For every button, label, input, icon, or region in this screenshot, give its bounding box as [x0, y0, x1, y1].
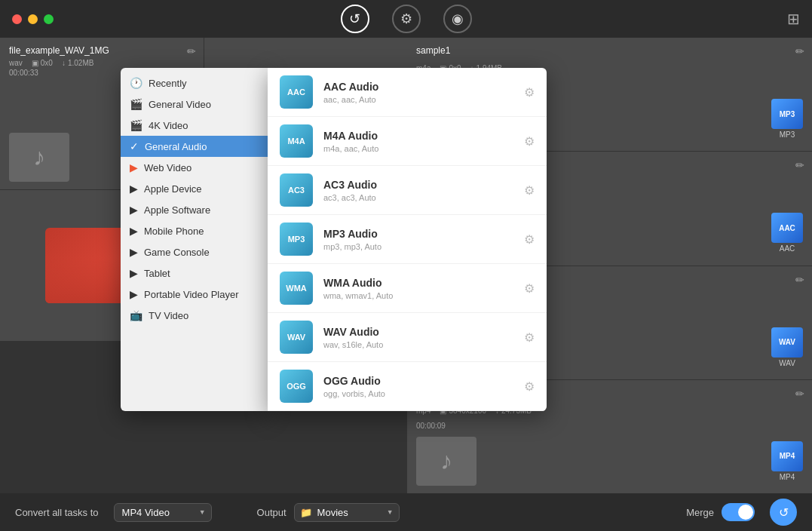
output-format-icon: WAV — [771, 327, 803, 358]
menu-item-apple-software[interactable]: ▶ Apple Software — [121, 199, 268, 220]
menu-item-general-audio[interactable]: ✓ General Audio — [121, 136, 268, 157]
edit-icon[interactable]: ✏ — [795, 45, 804, 57]
format-item-wav[interactable]: WAV WAV Audio wav, s16le, Auto ⚙ — [268, 313, 547, 362]
file-resolution: ▣ 0x0 — [32, 59, 53, 67]
menu-item-game-console[interactable]: ▶ Game Console — [121, 241, 268, 262]
format-badge[interactable]: MP4 MP4 — [771, 441, 803, 481]
output-select-wrap[interactable]: 📁 Movies — [294, 503, 400, 522]
edit-icon[interactable]: ✏ — [795, 274, 804, 286]
format-label: AAC — [780, 244, 795, 253]
format-gear-icon[interactable]: ⚙ — [524, 85, 535, 100]
format-desc: wav, s16le, Auto — [323, 340, 524, 349]
output-format-icon: MP4 — [771, 441, 803, 471]
portable-video-chevron-icon: ▶ — [130, 288, 138, 300]
menu-item-general-video[interactable]: 🎬 General Video — [121, 94, 268, 115]
menu-item-label: Portable Video Player — [144, 289, 239, 300]
convert-button[interactable]: ↺ — [770, 499, 797, 526]
tablet-chevron-icon: ▶ — [130, 267, 138, 279]
merge-label: Merge — [686, 507, 714, 518]
menu-item-mobile-phone[interactable]: ▶ Mobile Phone — [121, 220, 268, 241]
merge-area: Merge ↺ — [686, 499, 797, 526]
menu-item-recently[interactable]: 🕐 Recently — [121, 72, 268, 94]
format-name: WAV Audio — [323, 326, 524, 338]
tv-video-icon: 📺 — [130, 309, 142, 321]
format-name: OGG Audio — [323, 375, 524, 387]
format-item-aac[interactable]: AAC AAC Audio aac, aac, Auto ⚙ — [268, 68, 547, 117]
close-button[interactable] — [12, 14, 22, 24]
media-nav-icon[interactable]: ◉ — [443, 5, 472, 33]
format-select-wrap[interactable]: MP4 Video — [114, 503, 212, 522]
maximize-button[interactable] — [44, 14, 54, 24]
mobile-phone-chevron-icon: ▶ — [130, 225, 138, 237]
format-badge[interactable]: WAV WAV — [771, 327, 803, 367]
format-item-info: OGG Audio ogg, vorbis, Auto — [323, 375, 524, 398]
format-label: MP4 — [780, 473, 795, 481]
web-video-icon: ▶ — [130, 161, 138, 173]
convert-label: Convert all tasks to — [15, 507, 99, 518]
output-format-icon: AAC — [771, 213, 803, 243]
format-item-ogg[interactable]: OGG OGG Audio ogg, vorbis, Auto ⚙ — [268, 362, 547, 411]
format-name: AC3 Audio — [323, 179, 524, 191]
file-duration: 00:00:33 — [9, 69, 38, 77]
apple-device-chevron-icon: ▶ — [130, 183, 138, 195]
format-item-info: WAV Audio wav, s16le, Auto — [323, 326, 524, 349]
general-audio-icon: ✓ — [130, 140, 139, 152]
output-area: Output 📁 Movies — [257, 503, 400, 522]
format-gear-icon[interactable]: ⚙ — [524, 134, 535, 149]
merge-toggle[interactable] — [722, 503, 755, 521]
format-label: MP3 — [780, 130, 795, 139]
format-gear-icon[interactable]: ⚙ — [524, 232, 535, 247]
mp3-format-icon: MP3 — [280, 223, 313, 256]
convert-nav-icon[interactable]: ↺ — [341, 5, 369, 33]
menu-item-label: Web Video — [144, 162, 192, 173]
grid-view-button[interactable]: ⊞ — [787, 10, 800, 28]
output-label: Output — [257, 507, 286, 518]
file-meta: wav ▣ 0x0 ↓ 1.02MB — [9, 59, 109, 67]
format-gear-icon[interactable]: ⚙ — [524, 330, 535, 345]
menu-item-label: General Video — [149, 99, 211, 110]
format-gear-icon[interactable]: ⚙ — [524, 379, 535, 394]
menu-item-apple-device[interactable]: ▶ Apple Device — [121, 178, 268, 199]
menu-item-tv-video[interactable]: 📺 TV Video — [121, 305, 268, 326]
format-gear-icon[interactable]: ⚙ — [524, 183, 535, 198]
format-item-mp3[interactable]: MP3 MP3 Audio mp3, mp3, Auto ⚙ — [268, 215, 547, 264]
format-name: AAC Audio — [323, 81, 524, 93]
file-thumbnail: ♪ — [9, 133, 69, 182]
menu-item-tablet[interactable]: ▶ Tablet — [121, 262, 268, 284]
m4a-format-icon: M4A — [280, 124, 313, 158]
resolution-icon: ▣ — [32, 59, 38, 67]
format-badge[interactable]: AAC AAC — [771, 213, 803, 253]
menu-item-4k-video[interactable]: 🎬 4K Video — [121, 115, 268, 136]
format-gear-icon[interactable]: ⚙ — [524, 281, 535, 296]
output-format-icon: MP3 — [771, 99, 803, 129]
recently-icon: 🕐 — [130, 77, 142, 89]
nav-icons: ↺ ⚙ ◉ — [341, 5, 472, 33]
format-item-ac3[interactable]: AC3 AC3 Audio ac3, ac3, Auto ⚙ — [268, 166, 547, 215]
format-badge[interactable]: MP3 MP3 — [771, 99, 803, 139]
format-desc: wma, wmav1, Auto — [323, 291, 524, 300]
format-desc: ac3, ac3, Auto — [323, 193, 524, 202]
menu-item-label: Game Console — [144, 247, 210, 258]
format-item-info: AC3 Audio ac3, ac3, Auto — [323, 179, 524, 202]
minimize-button[interactable] — [28, 14, 38, 24]
edit-icon[interactable]: ✏ — [795, 159, 804, 171]
format-select[interactable]: MP4 Video — [114, 503, 212, 522]
format-item-wma[interactable]: WMA WMA Audio wma, wmav1, Auto ⚙ — [268, 264, 547, 313]
menu-item-web-video[interactable]: ▶ Web Video — [121, 157, 268, 178]
edit-icon[interactable]: ✏ — [795, 388, 804, 400]
menu-item-label: Apple Software — [144, 204, 210, 216]
music-icon: ♪ — [440, 447, 452, 475]
apple-software-chevron-icon: ▶ — [130, 204, 138, 216]
format-name: M4A Audio — [323, 130, 524, 142]
settings-nav-icon[interactable]: ⚙ — [392, 5, 421, 33]
file-title: file_example_WAV_1MG — [9, 45, 109, 56]
general-video-icon: 🎬 — [130, 98, 142, 110]
menu-item-label: Mobile Phone — [144, 226, 204, 237]
file-size: ↓ 1.02MB — [62, 59, 93, 67]
format-item-info: MP3 Audio mp3, mp3, Auto — [323, 228, 524, 251]
edit-icon[interactable]: ✏ — [187, 45, 196, 57]
format-item-m4a[interactable]: M4A M4A Audio m4a, aac, Auto ⚙ — [268, 117, 547, 166]
format-label: WAV — [779, 359, 795, 367]
format-desc: aac, aac, Auto — [323, 95, 524, 104]
menu-item-portable-video[interactable]: ▶ Portable Video Player — [121, 284, 268, 305]
